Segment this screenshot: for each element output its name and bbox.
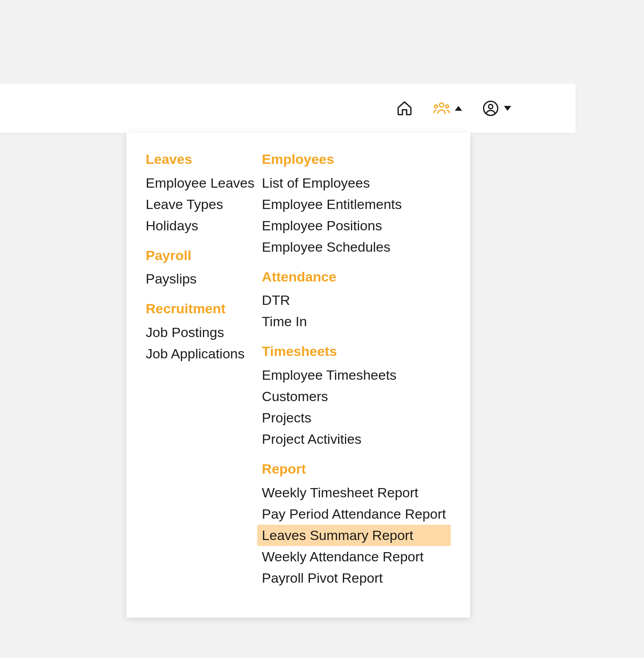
header-bar — [0, 84, 576, 133]
menu-column-left: Leaves Employee Leaves Leave Types Holid… — [146, 150, 262, 598]
menu-heading: Recruitment — [146, 299, 262, 319]
menu-item-customers[interactable]: Customers — [257, 386, 451, 407]
menu-item-weekly-timesheet-report[interactable]: Weekly Timesheet Report — [257, 482, 451, 503]
menu-heading: Timesheets — [262, 342, 451, 361]
menu-item-payslips[interactable]: Payslips — [141, 268, 262, 290]
menu-heading: Attendance — [262, 267, 451, 287]
menu-heading: Employees — [262, 150, 451, 169]
menu-item-list-of-employees[interactable]: List of Employees — [257, 172, 451, 194]
menu-item-employee-leaves[interactable]: Employee Leaves — [141, 172, 262, 194]
user-icon — [482, 100, 499, 117]
home-nav-button[interactable] — [396, 100, 413, 117]
menu-group-timesheets: Timesheets Employee Timesheets Customers… — [262, 342, 451, 450]
menu-group-leaves: Leaves Employee Leaves Leave Types Holid… — [146, 150, 262, 236]
menu-item-employee-positions[interactable]: Employee Positions — [257, 215, 451, 236]
menu-item-leave-types[interactable]: Leave Types — [141, 194, 262, 215]
menu-item-projects[interactable]: Projects — [257, 407, 451, 428]
menu-item-project-activities[interactable]: Project Activities — [257, 428, 451, 450]
menu-item-leaves-summary-report[interactable]: Leaves Summary Report — [257, 525, 451, 546]
menu-heading: Report — [262, 459, 451, 479]
svg-point-0 — [440, 103, 444, 107]
menu-group-attendance: Attendance DTR Time In — [262, 267, 451, 333]
menu-heading: Leaves — [146, 150, 262, 169]
menu-group-recruitment: Recruitment Job Postings Job Application… — [146, 299, 262, 364]
menu-item-job-postings[interactable]: Job Postings — [141, 322, 262, 343]
hr-dropdown-panel: Leaves Employee Leaves Leave Types Holid… — [126, 133, 470, 618]
caret-down-icon — [504, 106, 511, 111]
menu-item-holidays[interactable]: Holidays — [141, 215, 262, 236]
menu-item-dtr[interactable]: DTR — [257, 290, 451, 311]
menu-group-payroll: Payroll Payslips — [146, 246, 262, 290]
menu-item-employee-schedules[interactable]: Employee Schedules — [257, 236, 451, 258]
menu-item-employee-entitlements[interactable]: Employee Entitlements — [257, 194, 451, 215]
menu-item-job-applications[interactable]: Job Applications — [141, 343, 262, 364]
menu-item-weekly-attendance-report[interactable]: Weekly Attendance Report — [257, 546, 451, 567]
menu-item-employee-timesheets[interactable]: Employee Timesheets — [257, 364, 451, 386]
user-nav-button[interactable] — [482, 100, 511, 117]
svg-point-4 — [489, 104, 493, 109]
menu-column-right: Employees List of Employees Employee Ent… — [262, 150, 451, 598]
svg-point-2 — [446, 105, 448, 108]
hr-nav-button[interactable] — [433, 100, 462, 117]
menu-heading: Payroll — [146, 246, 262, 265]
menu-item-payroll-pivot-report[interactable]: Payroll Pivot Report — [257, 567, 451, 589]
menu-group-report: Report Weekly Timesheet Report Pay Perio… — [262, 459, 451, 589]
menu-item-pay-period-attendance-report[interactable]: Pay Period Attendance Report — [257, 503, 451, 525]
menu-group-employees: Employees List of Employees Employee Ent… — [262, 150, 451, 258]
people-icon — [433, 100, 450, 117]
caret-up-icon — [455, 106, 462, 111]
svg-point-1 — [435, 105, 438, 108]
home-icon — [396, 100, 413, 117]
menu-item-time-in[interactable]: Time In — [257, 311, 451, 332]
